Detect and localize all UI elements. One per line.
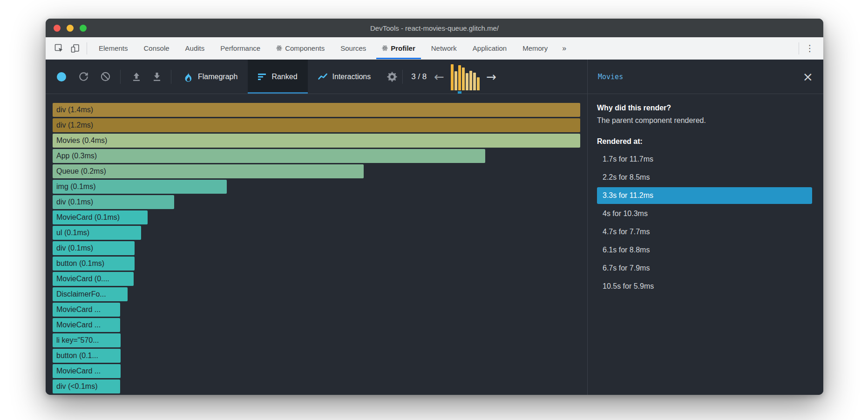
ranked-bar[interactable]: div (1.2ms) — [53, 118, 580, 132]
ranked-bar[interactable]: App (0.3ms) — [53, 149, 485, 163]
inspect-element-icon[interactable] — [51, 41, 67, 55]
devtools-tab[interactable]: Profiler — [374, 37, 423, 59]
close-window-button[interactable] — [54, 25, 61, 32]
commit-bar[interactable] — [462, 68, 465, 90]
ranked-bar[interactable]: div (0.1ms) — [53, 241, 135, 255]
devtools-tab[interactable]: Components — [268, 37, 332, 59]
commit-bar-slot[interactable] — [466, 63, 468, 90]
ranked-bar[interactable]: div (<0.1ms) — [53, 379, 120, 393]
commit-bar[interactable] — [451, 64, 454, 90]
commit-bar-slot[interactable] — [458, 63, 461, 90]
render-list-item[interactable]: 3.3s for 11.2ms — [597, 187, 812, 204]
ranked-bar[interactable]: DisclaimerFo... — [53, 287, 128, 301]
devtools-tab-label: Network — [431, 44, 457, 52]
settings-gear-icon[interactable] — [387, 71, 398, 82]
commit-bar-slot[interactable] — [473, 63, 476, 90]
titlebar: DevTools - react-movies-queue.glitch.me/ — [46, 19, 823, 37]
commit-bar-slot[interactable] — [462, 63, 465, 90]
import-profile-icon[interactable] — [131, 71, 142, 82]
react-atom-icon — [276, 45, 282, 51]
devtools-tab[interactable]: Network — [423, 37, 465, 59]
ranked-bar[interactable]: Queue (0.2ms) — [53, 164, 364, 178]
minimize-window-button[interactable] — [67, 25, 74, 32]
traffic-lights — [54, 19, 87, 37]
ranked-bar[interactable]: MovieCard ... — [53, 364, 121, 378]
next-commit-button[interactable]: → — [486, 71, 496, 83]
profiler-toolbar: Flamegraph Ranked Interactions — [46, 60, 587, 94]
ranked-bar-label: MovieCard ... — [56, 367, 101, 375]
ranked-bar[interactable]: img (0.1ms) — [53, 180, 227, 194]
render-list-item[interactable]: 6.7s for 7.9ms — [597, 260, 814, 277]
reload-profile-icon[interactable] — [78, 71, 89, 82]
zoom-window-button[interactable] — [80, 25, 87, 32]
ranked-bar[interactable]: div (1.4ms) — [53, 103, 580, 117]
ranked-bar[interactable]: MovieCard (0.... — [53, 272, 134, 286]
profiler-panel: Flamegraph Ranked Interactions — [46, 60, 823, 395]
commit-bar[interactable] — [473, 73, 476, 90]
devtools-tab[interactable]: Elements — [91, 37, 136, 59]
rendered-at-label: Rendered at: — [597, 137, 814, 146]
toolbar-divider — [171, 70, 171, 84]
ranked-bar[interactable]: Movies (0.4ms) — [53, 134, 580, 148]
more-tabs-button[interactable]: » — [556, 44, 572, 53]
device-toolbar-icon[interactable] — [67, 41, 83, 55]
devtools-tab[interactable]: Audits — [177, 37, 213, 59]
ranked-bar[interactable]: MovieCard (0.1ms) — [53, 210, 148, 224]
interactions-icon — [318, 73, 327, 80]
render-list-item[interactable]: 4s for 10.3ms — [597, 205, 814, 222]
devtools-tab[interactable]: Console — [136, 37, 177, 59]
render-list: 1.7s for 11.7ms 2.2s for 8.5ms 3.3s for … — [597, 151, 814, 295]
render-list-item-label: 4s for 10.3ms — [603, 210, 648, 217]
render-list-item[interactable]: 2.2s for 8.5ms — [597, 169, 814, 186]
ranked-bar-label: li key="570... — [56, 336, 99, 345]
ranked-bar[interactable]: MovieCard ... — [53, 318, 120, 332]
devtools-tab[interactable]: Application — [465, 37, 515, 59]
ranked-bar[interactable]: MovieCard ... — [53, 303, 120, 317]
ranked-bars-icon — [258, 73, 266, 81]
commit-selector-chart[interactable] — [451, 63, 480, 90]
ranked-bar[interactable]: button (0.1ms) — [53, 257, 135, 271]
record-button[interactable] — [57, 72, 66, 81]
commit-bar[interactable] — [477, 77, 480, 90]
render-list-item-label: 3.3s for 11.2ms — [603, 191, 653, 199]
commit-bar-slot[interactable] — [454, 63, 457, 90]
commit-bar-slot[interactable] — [451, 63, 454, 90]
commit-bar[interactable] — [458, 65, 461, 90]
close-sidebar-icon[interactable]: × — [802, 70, 813, 83]
commit-bar[interactable] — [466, 73, 468, 90]
render-list-item[interactable]: 6.1s for 8.8ms — [597, 242, 814, 258]
ranked-bar[interactable]: button (0.1... — [53, 349, 121, 363]
ranked-chart: div (1.4ms) div (1.2ms) Movies (0.4ms) A… — [46, 94, 587, 395]
render-list-item[interactable]: 10.5s for 5.9ms — [597, 278, 814, 295]
commit-bar[interactable] — [454, 71, 457, 90]
devtools-tab[interactable]: Sources — [332, 37, 374, 59]
tabbar-right-divider — [799, 42, 799, 54]
component-sidebar: Movies × Why did this render? The parent… — [588, 60, 823, 395]
ranked-bar-label: div (0.1ms) — [56, 244, 93, 252]
render-list-item[interactable]: 1.7s for 11.7ms — [597, 151, 814, 168]
devtools-tab-label: Console — [144, 44, 170, 52]
commit-bar[interactable] — [469, 71, 472, 90]
ranked-bar-label: button (0.1ms) — [56, 259, 104, 268]
export-profile-icon[interactable] — [151, 71, 163, 82]
render-list-item-label: 4.7s for 7.7ms — [603, 228, 650, 236]
commit-bar-slot[interactable] — [469, 63, 472, 90]
devtools-tab[interactable]: Memory — [515, 37, 556, 59]
clear-profile-icon[interactable] — [100, 71, 111, 82]
ranked-bar-label: div (1.4ms) — [56, 106, 93, 114]
tab-ranked[interactable]: Ranked — [248, 60, 307, 94]
commit-counter: 3 / 8 — [411, 72, 427, 81]
commit-bar-slot[interactable] — [477, 63, 480, 90]
tab-flamegraph[interactable]: Flamegraph — [182, 60, 248, 94]
devtools-tab[interactable]: Performance — [212, 37, 268, 59]
devtools-menu-icon[interactable]: ⋮ — [803, 43, 817, 54]
previous-commit-button[interactable]: ← — [434, 71, 444, 83]
react-atom-icon — [382, 45, 388, 51]
ranked-bar-label: Queue (0.2ms) — [56, 167, 106, 176]
ranked-bar[interactable]: div (0.1ms) — [53, 195, 174, 209]
tab-interactions[interactable]: Interactions — [308, 60, 381, 94]
ranked-bar[interactable]: li key="570... — [53, 333, 121, 347]
render-list-item-label: 10.5s for 5.9ms — [603, 282, 654, 290]
ranked-bar[interactable]: ul (0.1ms) — [53, 226, 141, 240]
render-list-item[interactable]: 4.7s for 7.7ms — [597, 224, 814, 240]
